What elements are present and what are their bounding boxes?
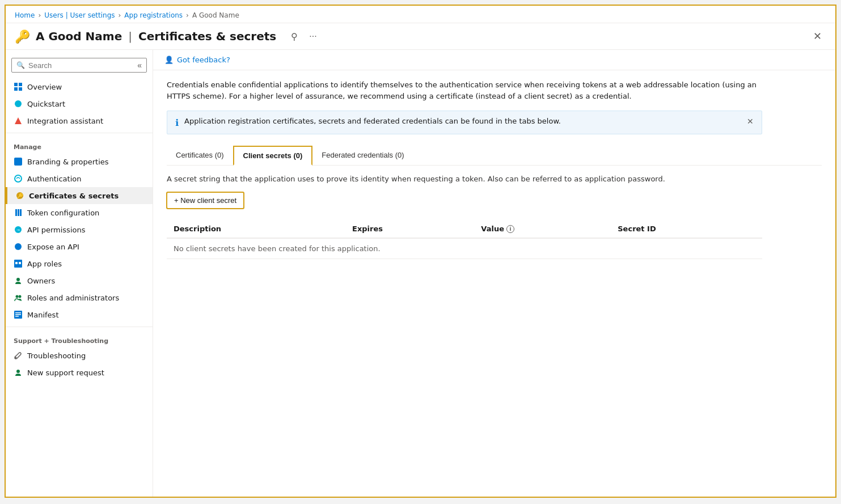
sidebar-approles-label: App roles: [27, 260, 62, 268]
sidebar-item-troubleshooting[interactable]: Troubleshooting: [6, 347, 153, 364]
tab-bar: Certificates (0) Client secrets (0) Fede…: [167, 146, 822, 166]
sidebar-new-support-label: New support request: [27, 369, 104, 377]
sidebar-divider-support: [6, 327, 153, 327]
sidebar-item-new-support[interactable]: New support request: [6, 364, 153, 381]
search-icon: 🔍: [16, 61, 25, 69]
branding-icon: [14, 157, 23, 166]
support-label: Support + Troubleshooting: [6, 331, 153, 347]
col-secret-id: Secret ID: [611, 220, 762, 238]
content-body: Credentials enable confidential applicat…: [153, 70, 835, 268]
sidebar-token-label: Token configuration: [27, 209, 99, 217]
tab-description: A secret string that the application use…: [167, 175, 677, 183]
sidebar-item-overview[interactable]: Overview: [6, 78, 153, 95]
col-value: Value i: [474, 220, 611, 238]
page-header: 🔑 A Good Name | Certificates & secrets ⚲…: [6, 23, 835, 50]
svg-rect-25: [15, 316, 19, 317]
svg-marker-5: [15, 117, 22, 124]
sidebar-item-token[interactable]: Token configuration: [6, 204, 153, 221]
svg-rect-6: [14, 158, 22, 166]
svg-point-21: [19, 295, 22, 298]
svg-rect-0: [14, 83, 18, 86]
sidebar-item-expose-api[interactable]: Expose an API: [6, 238, 153, 255]
value-info-icon[interactable]: i: [506, 225, 514, 233]
svg-point-15: [15, 243, 22, 250]
sidebar-owners-label: Owners: [27, 277, 55, 285]
sidebar-integration-label: Integration assistant: [27, 117, 103, 125]
svg-rect-17: [15, 262, 18, 264]
tab-federated[interactable]: Federated credentials (0): [312, 146, 413, 166]
sidebar-expose-label: Expose an API: [27, 243, 79, 251]
sidebar-item-branding[interactable]: Branding & properties: [6, 153, 153, 170]
sidebar-certificates-label: Certificates & secrets: [29, 192, 119, 200]
sidebar-item-app-roles[interactable]: App roles: [6, 255, 153, 272]
svg-rect-1: [19, 83, 22, 86]
info-icon: ℹ: [175, 117, 179, 128]
page-description: Credentials enable confidential applicat…: [167, 79, 762, 101]
manage-label: Manage: [6, 137, 153, 153]
integration-icon: [14, 116, 23, 125]
svg-rect-11: [18, 209, 19, 216]
wrench-icon: [14, 351, 23, 360]
svg-point-27: [16, 370, 20, 373]
close-banner-button[interactable]: ✕: [747, 117, 754, 126]
sidebar-overview-label: Overview: [27, 83, 62, 91]
tab-certificates[interactable]: Certificates (0): [167, 146, 233, 166]
feedback-bar[interactable]: 👤 Got feedback?: [153, 50, 835, 70]
breadcrumb: Home › Users | User settings › App regis…: [6, 6, 835, 23]
svg-text:🔑: 🔑: [17, 193, 24, 200]
sidebar-manifest-label: Manifest: [27, 311, 58, 319]
search-input[interactable]: [28, 61, 132, 70]
sidebar-api-label: API permissions: [27, 226, 85, 234]
auth-icon: [14, 174, 23, 183]
owners-icon: [14, 276, 23, 285]
collapse-button[interactable]: «: [137, 61, 142, 70]
sidebar-authentication-label: Authentication: [27, 175, 81, 183]
pin-button[interactable]: ⚲: [289, 30, 300, 43]
sidebar: 🔍 « Overview Quickstart: [6, 50, 153, 497]
sidebar-item-integration[interactable]: Integration assistant: [6, 112, 153, 129]
expose-icon: [14, 242, 23, 251]
svg-point-20: [16, 295, 19, 298]
overview-icon: [14, 82, 23, 91]
table-empty-row: No client secrets have been created for …: [167, 238, 762, 259]
sidebar-quickstart-label: Quickstart: [27, 100, 65, 108]
breadcrumb-home[interactable]: Home: [15, 11, 35, 19]
svg-point-26: [15, 357, 17, 359]
svg-point-4: [15, 100, 22, 107]
sidebar-item-api-permissions[interactable]: → API permissions: [6, 221, 153, 238]
sidebar-item-roles[interactable]: Roles and administrators: [6, 289, 153, 306]
svg-rect-23: [15, 312, 21, 314]
api-icon: →: [14, 225, 23, 234]
svg-rect-24: [15, 314, 21, 315]
new-client-secret-button[interactable]: + New client secret: [167, 192, 244, 209]
sidebar-item-authentication[interactable]: Authentication: [6, 170, 153, 187]
key-icon: 🔑: [15, 29, 30, 44]
support-person-icon: [14, 368, 23, 377]
token-icon: [14, 208, 23, 217]
quickstart-icon: [14, 99, 23, 108]
sidebar-divider-manage: [6, 133, 153, 133]
empty-message: No client secrets have been created for …: [167, 238, 762, 259]
sidebar-item-manifest[interactable]: Manifest: [6, 306, 153, 323]
sidebar-item-quickstart[interactable]: Quickstart: [6, 95, 153, 112]
banner-text: Application registration certificates, s…: [184, 117, 737, 125]
sidebar-troubleshooting-label: Troubleshooting: [27, 351, 86, 360]
app-window: Home › Users | User settings › App regis…: [5, 5, 836, 498]
cert-icon: 🔑: [15, 191, 24, 200]
sidebar-item-certificates[interactable]: 🔑 Certificates & secrets: [6, 187, 153, 204]
more-button[interactable]: ···: [307, 30, 319, 43]
approles-icon: [14, 259, 23, 268]
secrets-table: Description Expires Value i Secret ID: [167, 220, 762, 259]
sidebar-item-owners[interactable]: Owners: [6, 272, 153, 289]
svg-rect-2: [14, 87, 18, 91]
breadcrumb-app-registrations[interactable]: App registrations: [124, 11, 183, 19]
main-layout: 🔍 « Overview Quickstart: [6, 50, 835, 497]
breadcrumb-user-settings[interactable]: Users | User settings: [44, 11, 115, 19]
svg-point-19: [16, 278, 20, 281]
close-button[interactable]: ✕: [809, 28, 826, 45]
header-actions: ⚲ ···: [289, 30, 319, 43]
info-banner: ℹ Application registration certificates,…: [167, 111, 762, 134]
feedback-icon: 👤: [164, 56, 174, 64]
feedback-label: Got feedback?: [177, 56, 230, 64]
tab-client-secrets[interactable]: Client secrets (0): [233, 146, 313, 166]
